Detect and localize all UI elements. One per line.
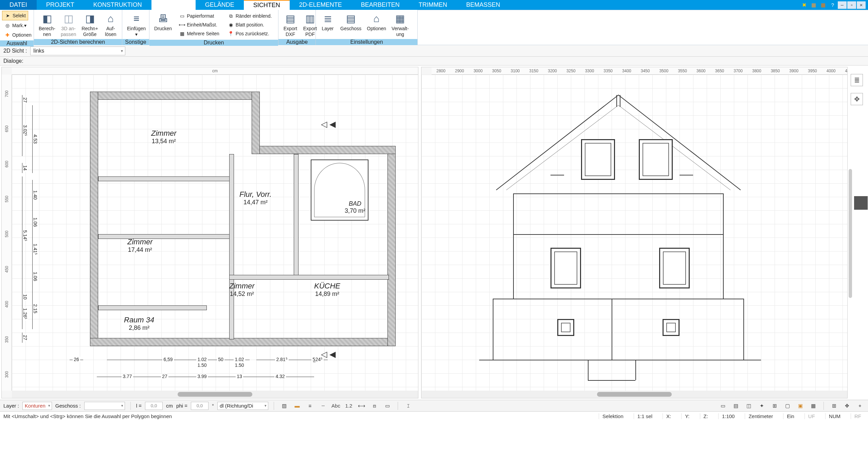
- frame-icon[interactable]: ▭: [383, 401, 392, 411]
- lines-icon[interactable]: ≡: [305, 401, 315, 411]
- vscroll-right[interactable]: [849, 169, 852, 298]
- berechnen-button[interactable]: ◧Berech-nen: [36, 11, 58, 38]
- group-label-sonstige: Sonstige: [122, 39, 149, 45]
- group-label-ausgabe: Ausgabe: [278, 39, 315, 45]
- house-icon: ⌂: [104, 12, 118, 26]
- cursor-snap-icon[interactable]: ⌖: [855, 401, 865, 411]
- dialog-bar: Dialoge:: [0, 57, 868, 65]
- pin-icon: 📍: [228, 30, 234, 37]
- statusbar: Mit <Umschalt> und <Strg> können Sie die…: [0, 411, 868, 421]
- view-2d-icon[interactable]: ▭: [718, 401, 728, 411]
- status-hint: Mit <Umschalt> und <Strg> können Sie die…: [3, 413, 172, 419]
- ruler-top-left: cm: [12, 67, 418, 75]
- layers-panel-icon[interactable]: ≣: [851, 74, 863, 86]
- dash-icon[interactable]: ┄: [318, 401, 328, 411]
- menu-konstruktion[interactable]: KONSTRUKTION: [84, 0, 151, 10]
- menu-2delemente[interactable]: 2D-ELEMENTE: [290, 0, 351, 10]
- menubar: DATEI PROJEKT KONSTRUKTION GELÄNDE SICHT…: [0, 0, 868, 10]
- mark-button[interactable]: ◎Mark. ▾: [2, 21, 29, 30]
- hscroll-left[interactable]: [12, 391, 418, 398]
- menu-bemassen[interactable]: BEMASSEN: [457, 0, 510, 10]
- l-label: l =: [136, 403, 142, 409]
- blattpos-button[interactable]: ◉Blatt position.: [225, 20, 274, 29]
- menu-empty[interactable]: [151, 0, 196, 10]
- fill-icon[interactable]: ▬: [292, 401, 302, 411]
- view-side-icon[interactable]: ▣: [796, 401, 805, 411]
- hatch-icon[interactable]: ▨: [279, 401, 289, 411]
- einheit-button[interactable]: ⟷Einheit/Maßst.: [177, 20, 221, 29]
- cube-icon: ◧: [40, 12, 54, 26]
- optionen-button[interactable]: ✚Optionen: [2, 31, 34, 39]
- menu-datei[interactable]: DATEI: [0, 0, 37, 10]
- status-uf: UF: [804, 413, 818, 419]
- l-input[interactable]: [145, 402, 163, 410]
- printer-icon: 🖶: [156, 12, 170, 26]
- layer-button[interactable]: ≣Layer: [318, 11, 338, 32]
- pane-floorplan[interactable]: cm 700650600550500450400350300: [1, 67, 418, 398]
- drucken-button[interactable]: 🖶Drucken: [151, 11, 175, 32]
- menu-sichten[interactable]: SICHTEN: [244, 0, 290, 10]
- pane-elevation[interactable]: 2800290030003050310031503200325033003350…: [421, 67, 848, 398]
- status-ein: Ein: [783, 413, 798, 419]
- view-iso-icon[interactable]: ✦: [757, 401, 766, 411]
- view-top-icon[interactable]: ⊞: [770, 401, 779, 411]
- maximize-icon[interactable]: ▫: [847, 1, 856, 9]
- number-icon[interactable]: 1.2: [344, 401, 354, 411]
- layers-icon: ≡: [129, 12, 144, 26]
- tools-icon[interactable]: ✖: [800, 1, 809, 9]
- hscroll-right[interactable]: [421, 391, 847, 398]
- help-icon[interactable]: ?: [828, 1, 837, 9]
- dl-combo[interactable]: dl (Richtung/Di: [217, 402, 268, 410]
- geschoss-combo[interactable]: [84, 402, 125, 410]
- menu-trimmen[interactable]: TRIMMEN: [409, 0, 457, 10]
- mehrere-button[interactable]: ▦Mehrere Seiten: [177, 29, 221, 38]
- einfuegen-button[interactable]: ≡Einfügen▾: [124, 11, 148, 38]
- menu-bearbeiten[interactable]: BEARBEITEN: [351, 0, 409, 10]
- view-section-icon[interactable]: ▦: [809, 401, 818, 411]
- status-x: X:: [663, 413, 674, 419]
- export-dxf-button[interactable]: ▤ExportDXF: [281, 11, 300, 38]
- sicht-combo[interactable]: links: [30, 46, 125, 55]
- menu-gelaende[interactable]: GELÄNDE: [196, 0, 244, 10]
- cursor-text-icon[interactable]: 𝙸: [403, 401, 413, 411]
- close-icon[interactable]: ×: [857, 1, 866, 9]
- view-sheet-icon[interactable]: ▤: [731, 401, 741, 411]
- anpassen-button[interactable]: ◫3D an-passen: [58, 11, 79, 38]
- minimize-icon[interactable]: ‒: [838, 1, 847, 9]
- phi-input[interactable]: [191, 402, 209, 410]
- layer-label: Layer :: [3, 403, 19, 409]
- group-label-auswahl: Auswahl: [0, 40, 34, 46]
- side-handle[interactable]: [854, 196, 868, 210]
- view-bar: 2D Sicht : links: [0, 45, 868, 57]
- navigate-icon[interactable]: ✥: [851, 93, 863, 105]
- status-sel: 1:1 sel: [634, 413, 656, 419]
- view-3d-icon[interactable]: ◫: [744, 401, 754, 411]
- snap-icon[interactable]: ⧈: [370, 401, 379, 411]
- snap2-icon[interactable]: ✥: [842, 401, 852, 411]
- folder-icon[interactable]: ▦: [809, 1, 818, 9]
- einst-optionen-button[interactable]: ⌂Optionen: [364, 11, 389, 32]
- export-pdf-icon: ▥: [303, 12, 317, 26]
- text-icon[interactable]: Abc: [331, 401, 341, 411]
- posreset-button[interactable]: 📍Pos zurücksetz.: [225, 29, 274, 38]
- canvas-elevation[interactable]: [421, 75, 847, 391]
- raender-button[interactable]: ⧉Ränder einblend.: [225, 12, 274, 20]
- group-label-einst: Einstellungen: [316, 39, 417, 45]
- papierformat-button[interactable]: ▭Papierformat: [177, 12, 221, 20]
- geschoss-button[interactable]: ▤Geschoss: [338, 11, 364, 32]
- canvas-floorplan[interactable]: Zimmer13,54 m² Zimmer17,44 m² Flur, Vorr…: [12, 75, 418, 391]
- house-gear-icon: ⌂: [369, 12, 384, 26]
- grid-icon[interactable]: ▦: [819, 1, 828, 9]
- phi-label: phi =: [176, 403, 187, 409]
- selekt-button[interactable]: ➤Selekt: [2, 11, 28, 20]
- verwaltung-button[interactable]: ▦Verwalt-ung: [389, 11, 412, 38]
- dim-icon[interactable]: ⟷: [357, 401, 366, 411]
- layer-combo[interactable]: Konturen: [22, 402, 52, 410]
- status-rf: RF: [851, 413, 865, 419]
- rechn-button[interactable]: ◨Rechn+Größe: [79, 11, 101, 38]
- menu-projekt[interactable]: PROJEKT: [37, 0, 84, 10]
- status-unit: Zentimeter: [745, 413, 776, 419]
- view-front-icon[interactable]: ▢: [783, 401, 792, 411]
- aufloesen-button[interactable]: ⌂Auf-lösen: [101, 11, 121, 38]
- grid-icon[interactable]: ⊞: [829, 401, 839, 411]
